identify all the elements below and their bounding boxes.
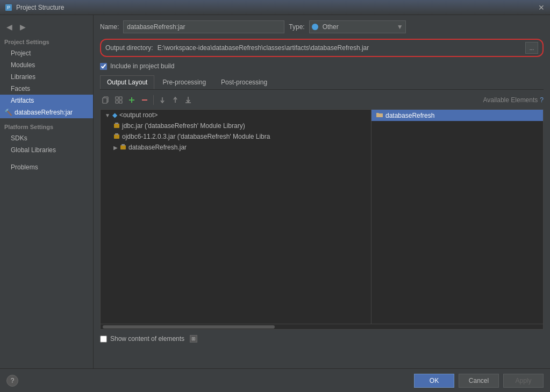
name-type-row: Name: Type: Other ▼ [100,20,544,33]
artifact-icon: 🔨 [4,109,12,116]
dropdown-arrow-icon: ▼ [397,23,403,31]
available-elements-tree: databaseRefresh [372,109,544,324]
move-up-btn[interactable] [169,94,181,106]
content-area: Name: Type: Other ▼ Output directory: ..… [94,15,550,368]
svg-rect-4 [116,97,118,99]
horizontal-scrollbar[interactable] [103,325,275,329]
type-dropdown[interactable]: Other ▼ [309,20,406,33]
toolbar-separator [153,95,154,105]
tree-item-jdbc[interactable]: jdbc.jar ('databaseRefresh' Module Libra… [101,120,371,131]
output-layout-tree: ▼ ◆ <output root> jdbc.jar ('databaseRef… [100,109,372,324]
apply-button[interactable]: Apply [503,374,544,388]
svg-rect-24 [122,144,125,146]
sidebar-item-artifacts[interactable]: Artifacts [0,95,93,106]
bottom-bar: ? OK Cancel Apply [0,368,550,392]
name-input[interactable] [123,20,284,33]
jar-icon [113,122,120,130]
move-bottom-btn[interactable] [182,94,194,106]
output-dir-input[interactable] [158,44,521,52]
nav-forward-button[interactable]: ▶ [18,22,28,32]
include-build-row: Include in project build [100,62,544,70]
tab-output-layout[interactable]: Output Layout [100,75,154,89]
window-title: Project Structure [16,4,537,11]
artifact-name: databaseRefresh:jar [15,109,73,116]
show-content-label: Show content of elements [110,335,184,343]
artifact-list-item[interactable]: 🔨 databaseRefresh:jar [0,106,93,118]
close-button[interactable]: ✕ [537,3,546,12]
add-element-btn[interactable] [126,94,138,106]
ok-button[interactable]: OK [414,374,454,388]
bottom-left: ? [6,375,18,387]
app-icon: P [4,3,13,12]
tree-item-databaserefresh-jar[interactable]: ▶ databaseRefresh.jar [101,142,371,153]
tree-item-ojdbc[interactable]: ojdbc6-11.2.0.3.jar ('databaseRefresh' M… [101,131,371,142]
sidebar-item-project[interactable]: Project [0,47,93,59]
nav-back-button[interactable]: ◀ [4,22,15,32]
artifact-columns: ▼ ◆ <output root> jdbc.jar ('databaseRef… [100,109,544,324]
sidebar: ◀ ▶ Project Settings Project Modules Lib… [0,15,94,368]
jar-icon-3 [120,144,126,151]
type-label: Type: [289,23,304,31]
bottom-right: OK Cancel Apply [414,374,544,388]
include-build-checkbox[interactable] [100,63,107,70]
expand-arrow-icon-2: ▶ [113,145,118,151]
help-button[interactable]: ? [6,375,18,387]
sidebar-item-libraries[interactable]: Libraries [0,71,93,83]
move-down-btn[interactable] [156,94,168,106]
sidebar-item-facets[interactable]: Facets [0,83,93,95]
sidebar-item-modules[interactable]: Modules [0,59,93,71]
type-value: Other [323,23,339,31]
show-content-row: Show content of elements ⊞ [100,333,544,345]
tree-item-databaserefresh-module[interactable]: databaseRefresh [372,110,543,121]
svg-rect-20 [115,133,118,135]
title-bar: P Project Structure ✕ [0,0,550,15]
svg-text:P: P [7,5,10,10]
type-icon [312,24,318,30]
help-icon[interactable]: ? [540,96,544,104]
grid-btn[interactable] [113,94,125,106]
sidebar-nav: ◀ ▶ [0,19,93,37]
output-dir-row: Output directory: ... [100,39,544,57]
show-content-checkbox[interactable] [100,336,107,343]
sidebar-item-problems[interactable]: Problems [0,161,93,173]
svg-rect-3 [103,98,107,103]
svg-rect-7 [119,101,122,103]
cancel-button[interactable]: Cancel [459,374,499,388]
include-build-label: Include in project build [110,62,174,70]
jar-icon-2 [113,133,120,140]
browse-button[interactable]: ... [525,42,538,54]
root-icon: ◆ [112,111,117,119]
svg-rect-16 [115,123,118,124]
tab-preprocessing[interactable]: Pre-processing [155,75,213,89]
sidebar-item-global-libraries[interactable]: Global Libraries [0,144,93,156]
svg-rect-5 [119,97,122,99]
name-label: Name: [100,23,119,31]
output-dir-label: Output directory: [105,44,153,52]
available-elements-label: Available Elements ? [483,96,544,104]
tree-item-output-root[interactable]: ▼ ◆ <output root> [101,110,371,120]
folder-icon [376,111,383,119]
svg-rect-6 [116,101,118,103]
platform-settings-header: Platform Settings [0,118,93,132]
tabs-bar: Output Layout Pre-processing Post-proces… [100,75,544,90]
sidebar-item-sdks[interactable]: SDKs [0,132,93,144]
project-settings-header: Project Settings [0,37,93,47]
show-content-icon: ⊞ [190,335,197,343]
remove-element-btn[interactable] [139,94,151,106]
artifact-toolbar: Available Elements ? [100,94,544,106]
copy-btn[interactable] [100,94,112,106]
expand-arrow-icon: ▼ [105,112,110,118]
tab-postprocessing[interactable]: Post-processing [214,75,274,89]
